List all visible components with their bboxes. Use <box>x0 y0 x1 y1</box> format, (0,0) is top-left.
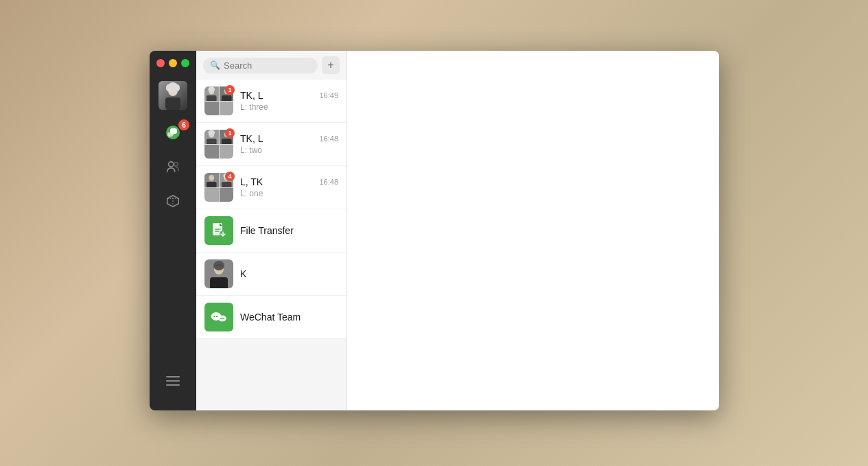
svg-rect-12 <box>207 95 217 101</box>
chat-name: File Transfer <box>240 225 294 236</box>
avatar-cell <box>204 145 219 159</box>
chat-name: TK, L <box>240 133 263 144</box>
chat-item[interactable]: 1 TK, L 16:48 L: two <box>196 123 347 166</box>
chat-info: TK, L 16:49 L: three <box>240 90 338 112</box>
chat-name-row: TK, L 16:48 <box>240 133 338 144</box>
avatar-cell <box>204 130 219 144</box>
svg-rect-35 <box>210 277 228 288</box>
svg-point-5 <box>166 84 170 91</box>
close-button[interactable] <box>156 59 165 67</box>
user-avatar[interactable] <box>159 81 187 110</box>
sidebar-item-chats[interactable]: 6 <box>150 115 196 150</box>
svg-point-8 <box>169 162 174 167</box>
chat-item[interactable]: File Transfer <box>196 209 347 253</box>
svg-rect-19 <box>207 139 217 144</box>
svg-rect-29 <box>221 182 231 187</box>
main-content <box>347 51 719 410</box>
chat-info: WeChat Team <box>240 312 338 323</box>
chat-list-header: 🔍 + <box>196 51 347 80</box>
sidebar-item-discover[interactable] <box>150 184 196 218</box>
chat-avatar <box>204 303 233 331</box>
chat-info: File Transfer <box>240 225 338 236</box>
chat-avatar <box>204 216 233 245</box>
menu-button[interactable] <box>159 361 187 401</box>
chat-item[interactable]: 4 L, TK 16:48 L: one <box>196 166 347 209</box>
svg-point-25 <box>209 174 214 180</box>
avatar-cell <box>204 188 219 202</box>
chat-info: K <box>240 268 338 279</box>
hamburger-icon <box>159 369 187 393</box>
chat-time: 16:49 <box>319 91 338 100</box>
chat-item[interactable]: 1 TK, L 16:49 L: three <box>196 80 347 123</box>
chat-list-panel: 🔍 + <box>196 51 347 410</box>
svg-point-9 <box>174 163 178 167</box>
chat-name: K <box>240 268 246 279</box>
chat-info: L, TK 16:48 L: one <box>240 176 338 198</box>
sidebar-item-contacts[interactable] <box>150 150 196 184</box>
chat-preview: L: three <box>240 102 338 112</box>
avatar-cell <box>220 145 234 159</box>
chat-name-row: L, TK 16:48 <box>240 176 338 187</box>
hamburger-line-2 <box>166 380 180 382</box>
contacts-icon <box>164 158 182 176</box>
new-chat-button[interactable]: + <box>322 56 340 74</box>
chat-badge: 1 <box>225 128 235 138</box>
chat-item[interactable]: WeChat Team <box>196 296 347 339</box>
chat-name: L, TK <box>240 176 263 187</box>
chat-preview: L: one <box>240 189 338 198</box>
minimize-button[interactable] <box>169 59 177 67</box>
svg-point-13 <box>208 86 215 92</box>
chat-badge: 1 <box>225 85 235 95</box>
svg-point-40 <box>216 316 218 317</box>
avatar-cell <box>220 188 234 202</box>
cube-icon <box>164 192 182 210</box>
chat-name-row: File Transfer <box>240 225 338 236</box>
chat-item[interactable]: K <box>196 253 347 296</box>
svg-rect-26 <box>207 182 217 187</box>
avatar-cell <box>204 86 219 101</box>
chat-time: 16:48 <box>319 178 338 186</box>
chat-badge: 4 <box>225 172 235 181</box>
avatar-cell <box>204 102 219 116</box>
hamburger-line-3 <box>166 384 180 386</box>
avatar-cell <box>220 102 234 116</box>
chat-name-row: WeChat Team <box>240 312 338 323</box>
chat-name-row: TK, L 16:49 <box>240 90 338 101</box>
svg-point-39 <box>213 316 215 317</box>
chat-name-row: K <box>240 268 338 279</box>
traffic-lights <box>150 51 196 75</box>
maximize-button[interactable] <box>181 59 189 67</box>
svg-point-20 <box>208 130 215 135</box>
svg-point-6 <box>176 84 180 91</box>
chats-badge: 6 <box>178 119 189 130</box>
app-window: 6 <box>150 51 719 410</box>
svg-point-41 <box>220 318 222 319</box>
chat-time: 16:48 <box>319 135 338 143</box>
avatar-cell <box>204 173 219 187</box>
wechat-avatar <box>204 303 233 331</box>
chat-info: TK, L 16:48 L: two <box>240 133 338 155</box>
file-transfer-avatar <box>204 216 233 245</box>
search-bar[interactable]: 🔍 <box>203 58 318 73</box>
sidebar-bottom <box>159 361 187 410</box>
search-icon: 🔍 <box>210 60 220 70</box>
chat-preview: L: two <box>240 145 338 155</box>
sidebar: 6 <box>150 51 196 410</box>
chat-name: TK, L <box>240 90 263 101</box>
hamburger-line-1 <box>166 376 180 377</box>
chat-avatar <box>204 259 233 288</box>
search-input[interactable] <box>224 60 311 71</box>
svg-point-42 <box>222 318 224 319</box>
svg-rect-16 <box>221 95 231 101</box>
chat-name: WeChat Team <box>240 312 301 323</box>
chat-list: 1 TK, L 16:49 L: three <box>196 80 347 410</box>
svg-rect-3 <box>165 97 180 110</box>
svg-rect-23 <box>221 139 231 144</box>
